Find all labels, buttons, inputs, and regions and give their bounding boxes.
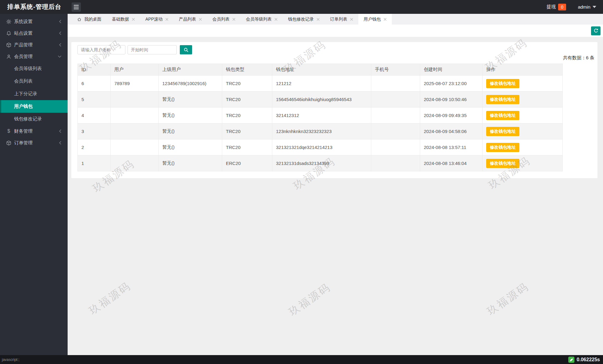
sidebar-item-wallet-change-records[interactable]: 钱包修改记录 [0, 113, 68, 125]
sidebar-item-site-settings[interactable]: 站点设置 [0, 27, 68, 39]
edit-wallet-address-button[interactable]: 修改钱包地址 [486, 127, 519, 136]
close-icon[interactable] [132, 18, 135, 21]
edit-wallet-address-button[interactable]: 修改钱包地址 [486, 111, 519, 120]
sidebar-item-system-settings[interactable]: 系统设置 [0, 16, 68, 27]
bell-icon [6, 31, 11, 36]
tab-my-desktop[interactable]: 我的桌面 [72, 14, 107, 25]
edit-wallet-address-button[interactable]: 修改钱包地址 [486, 143, 519, 152]
sidebar-item-member-list[interactable]: 会员列表 [0, 75, 68, 88]
tab-order-list[interactable]: 订单列表 [325, 14, 358, 25]
tab-member-level-list[interactable]: 会员等级列表 [241, 14, 283, 25]
edit-wallet-address-button[interactable]: 修改钱包地址 [486, 95, 519, 104]
cell-id: 5 [78, 92, 111, 108]
sidebar-item-finance-management[interactable]: $ 财务管理 [0, 125, 68, 137]
sidebar-item-updown-records[interactable]: 上下分记录 [0, 88, 68, 100]
close-icon[interactable] [199, 18, 202, 21]
cell-id: 6 [78, 76, 111, 92]
user-icon [6, 54, 11, 59]
sidebar-item-label: 站点设置 [14, 30, 33, 36]
table-row: 1 暂无() ERC20 32132131dsads32134399 2024-… [78, 155, 563, 171]
cell-wallet-type: TRC20 [222, 92, 272, 108]
cell-parent-user: 暂无() [159, 92, 222, 108]
sidebar-item-label: 系统设置 [14, 19, 33, 25]
cell-created-at: 2025-08-07 23:12:00 [420, 76, 483, 92]
sidebar-item-member-management[interactable]: 会员管理 [0, 51, 68, 62]
timer-value: 0.062225s [577, 357, 600, 362]
cell-id: 4 [78, 108, 111, 123]
cell-id: 1 [78, 155, 111, 171]
tab-product-list[interactable]: 产品列表 [174, 14, 207, 25]
admin-dropdown[interactable]: admin [578, 4, 596, 10]
cell-parent-user: 暂无() [159, 139, 222, 155]
cell-user: 789789 [111, 76, 159, 92]
edit-wallet-address-button[interactable]: 修改钱包地址 [486, 159, 519, 168]
menu-toggle-button[interactable] [72, 2, 81, 12]
topbar: 排单系统-管理后台 提现 0 admin [0, 0, 603, 14]
cell-wallet-type: TRC20 [222, 139, 272, 155]
cell-phone [371, 155, 420, 171]
status-link-text: javascript:; [2, 358, 19, 362]
tab-label: APP滚动 [145, 17, 163, 22]
sidebar-item-user-wallet[interactable]: 用户钱包 [0, 100, 68, 113]
close-icon[interactable] [384, 18, 387, 21]
status-bar: javascript:; 0.062225s [0, 355, 603, 364]
cell-user [111, 108, 159, 123]
cell-parent-user: 暂无() [159, 108, 222, 123]
sidebar-item-product-management[interactable]: 产品管理 [0, 39, 68, 51]
cell-wallet-type: TRC20 [222, 123, 272, 139]
cell-phone [371, 108, 420, 123]
gear-icon [6, 19, 11, 24]
sidebar-item-order-management[interactable]: 订单管理 [0, 137, 68, 149]
cell-created-at: 2024-08-08 13:57:11 [420, 139, 483, 155]
cell-wallet-address: 321321321dqe3214214213 [272, 139, 371, 155]
toolbar-strip [68, 25, 603, 37]
start-time-input[interactable] [128, 45, 177, 54]
cell-actions: 修改钱包地址 [483, 123, 563, 139]
framework-logo-icon [568, 357, 574, 363]
sidebar-subitem-label: 会员等级列表 [14, 66, 42, 72]
tab-label: 订单列表 [330, 17, 347, 22]
search-toolbar [77, 45, 594, 54]
close-icon[interactable] [274, 18, 278, 21]
search-button[interactable] [180, 45, 192, 54]
edit-wallet-address-button[interactable]: 修改钱包地址 [486, 79, 519, 88]
cell-wallet-address: 121212 [272, 76, 371, 92]
withdraw-link[interactable]: 提现 [546, 4, 556, 10]
cell-created-at: 2024-08-09 04:58:06 [420, 123, 483, 139]
cell-parent-user: 123456789(1002916) [159, 76, 222, 92]
cell-phone [371, 139, 420, 155]
close-icon[interactable] [317, 18, 320, 21]
tab-wallet-change-records[interactable]: 钱包修改记录 [283, 14, 325, 25]
total-count-text: 共有数据：6 条 [563, 55, 594, 61]
table-row: 2 暂无() TRC20 321321321dqe3214214213 2024… [78, 139, 563, 155]
close-icon[interactable] [232, 18, 235, 21]
sidebar-item-member-level-list[interactable]: 会员等级列表 [0, 62, 68, 75]
sidebar-subitem-label: 钱包修改记录 [14, 116, 42, 122]
withdraw-count-badge[interactable]: 0 [558, 4, 566, 10]
chevron-left-icon [59, 20, 61, 23]
close-icon[interactable] [350, 18, 353, 21]
username-search-input[interactable] [77, 45, 125, 54]
refresh-button[interactable] [591, 26, 601, 35]
tab-user-wallet[interactable]: 用户钱包 [358, 14, 392, 25]
cell-user [111, 139, 159, 155]
cell-wallet-type: ERC20 [222, 155, 272, 171]
chevron-left-icon [59, 141, 61, 145]
tab-app-scroll[interactable]: APP滚动 [140, 14, 174, 25]
cell-parent-user: 暂无() [159, 123, 222, 139]
sidebar-item-label: 订单管理 [14, 140, 33, 146]
chevron-down-icon [58, 55, 61, 58]
tab-member-list[interactable]: 会员列表 [207, 14, 241, 25]
cell-created-at: 2024-08-09 09:49:35 [420, 108, 483, 123]
cell-actions: 修改钱包地址 [483, 92, 563, 108]
sidebar-subitem-label: 上下分记录 [14, 91, 37, 97]
col-id: ID [78, 64, 111, 76]
close-icon[interactable] [165, 18, 168, 21]
refresh-icon [593, 28, 598, 33]
cell-phone [371, 123, 420, 139]
col-created-at: 创建时间 [420, 64, 483, 76]
tab-label: 钱包修改记录 [288, 17, 314, 22]
main-content: 我的桌面 基础数据 APP滚动 产品列表 会员列表 会员等级列表 [68, 14, 603, 355]
tab-basic-data[interactable]: 基础数据 [107, 14, 140, 25]
tab-label: 产品列表 [179, 17, 196, 22]
